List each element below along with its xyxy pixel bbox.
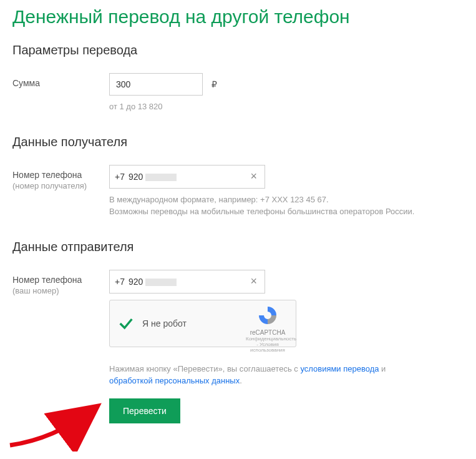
phone-prefix: +7	[115, 277, 125, 287]
sender-row: Номер телефона (ваш номер) +7 920 × Я не…	[12, 270, 464, 423]
consent-middle: и	[379, 364, 386, 373]
amount-input[interactable]	[109, 73, 203, 96]
consent-text: Нажимая кнопку «Перевести», вы соглашает…	[109, 363, 421, 387]
recaptcha-terms: Конфиденциальность - Условия использован…	[246, 336, 289, 353]
section-params-title: Параметры перевода	[12, 43, 464, 57]
phone-prefix: +7	[115, 172, 125, 182]
recaptcha-label: Я не робот	[142, 318, 187, 328]
masked-segment	[145, 279, 177, 286]
recaptcha-widget[interactable]: Я не робот reCAPTCHA Конфиденциальность …	[109, 300, 296, 347]
amount-label: Сумма	[12, 78, 109, 88]
sender-phone-input[interactable]: +7 920 ×	[109, 270, 265, 294]
section-recipient-title: Данные получателя	[12, 135, 464, 149]
phone-value: 920	[129, 277, 248, 287]
recaptcha-brand: reCAPTCHA	[246, 329, 289, 336]
privacy-link[interactable]: обработкой персональных данных	[109, 376, 240, 385]
sender-phone-partial: 920	[129, 277, 143, 287]
clear-icon[interactable]: ×	[248, 170, 260, 183]
recipient-row: Номер телефона (номер получателя) +7 920…	[12, 165, 464, 218]
recipient-hint: В международном формате, например: +7 XX…	[109, 194, 464, 218]
amount-hint: от 1 до 13 820	[109, 101, 464, 113]
recipient-phone-input[interactable]: +7 920 ×	[109, 165, 265, 189]
sender-phone-sublabel: (ваш номер)	[12, 286, 109, 295]
section-sender-title: Данные отправителя	[12, 240, 464, 254]
recipient-phone-label: Номер телефона	[12, 170, 109, 180]
clear-icon[interactable]: ×	[248, 275, 260, 288]
amount-row: Сумма ₽ от 1 до 13 820	[12, 73, 464, 113]
currency-symbol: ₽	[211, 79, 217, 89]
recipient-phone-partial: 920	[129, 172, 143, 182]
submit-button[interactable]: Перевести	[109, 398, 180, 423]
recipient-phone-sublabel: (номер получателя)	[12, 181, 109, 190]
recaptcha-icon	[258, 305, 278, 325]
masked-segment	[145, 174, 177, 181]
page-title: Денежный перевод на другой телефон	[12, 6, 464, 27]
consent-prefix: Нажимая кнопку «Перевести», вы соглашает…	[109, 364, 300, 373]
terms-link[interactable]: условиями перевода	[300, 364, 379, 373]
phone-value: 920	[129, 172, 248, 182]
sender-phone-label: Номер телефона	[12, 275, 109, 285]
checkmark-icon	[117, 315, 135, 332]
consent-suffix: .	[240, 376, 242, 385]
